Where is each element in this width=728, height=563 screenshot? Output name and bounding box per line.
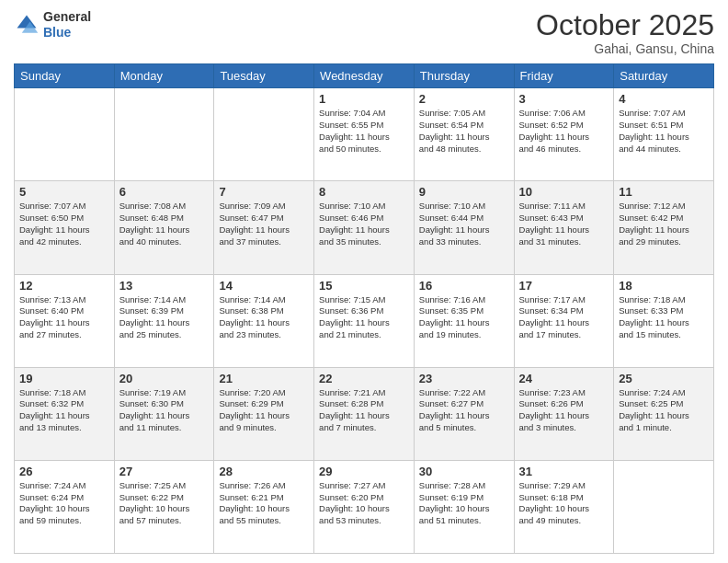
day-info: Sunrise: 7:24 AM Sunset: 6:24 PM Dayligh…: [19, 480, 109, 527]
calendar-cell: 2Sunrise: 7:05 AM Sunset: 6:54 PM Daylig…: [414, 88, 514, 181]
day-info: Sunrise: 7:29 AM Sunset: 6:18 PM Dayligh…: [519, 480, 609, 527]
day-number: 24: [519, 372, 609, 385]
day-number: 25: [619, 372, 709, 385]
calendar-cell: [614, 460, 714, 553]
day-number: 30: [419, 465, 509, 478]
calendar-cell: 20Sunrise: 7:19 AM Sunset: 6:30 PM Dayli…: [114, 367, 214, 460]
day-info: Sunrise: 7:14 AM Sunset: 6:38 PM Dayligh…: [219, 294, 309, 341]
calendar-cell: 9Sunrise: 7:10 AM Sunset: 6:44 PM Daylig…: [414, 181, 514, 274]
calendar-cell: 22Sunrise: 7:21 AM Sunset: 6:28 PM Dayli…: [314, 367, 415, 460]
day-info: Sunrise: 7:12 AM Sunset: 6:42 PM Dayligh…: [619, 201, 709, 247]
day-info: Sunrise: 7:24 AM Sunset: 6:25 PM Dayligh…: [619, 387, 709, 434]
day-number: 12: [19, 279, 109, 293]
col-monday: Monday: [114, 64, 214, 88]
day-number: 19: [19, 372, 109, 385]
col-wednesday: Wednesday: [314, 64, 415, 88]
day-info: Sunrise: 7:25 AM Sunset: 6:22 PM Dayligh…: [119, 480, 210, 527]
day-number: 11: [619, 185, 709, 199]
day-info: Sunrise: 7:18 AM Sunset: 6:33 PM Dayligh…: [619, 294, 709, 341]
day-number: 3: [519, 92, 609, 106]
day-info: Sunrise: 7:16 AM Sunset: 6:35 PM Dayligh…: [419, 294, 509, 341]
month-title: October 2025: [536, 9, 714, 41]
calendar-cell: 8Sunrise: 7:10 AM Sunset: 6:46 PM Daylig…: [314, 181, 415, 274]
col-saturday: Saturday: [614, 64, 714, 88]
day-number: 1: [319, 92, 409, 106]
calendar-cell: 21Sunrise: 7:20 AM Sunset: 6:29 PM Dayli…: [214, 367, 314, 460]
calendar-cell: 26Sunrise: 7:24 AM Sunset: 6:24 PM Dayli…: [15, 460, 115, 553]
day-info: Sunrise: 7:05 AM Sunset: 6:54 PM Dayligh…: [419, 108, 509, 155]
day-info: Sunrise: 7:15 AM Sunset: 6:36 PM Dayligh…: [319, 294, 409, 341]
day-number: 21: [219, 372, 309, 385]
calendar-cell: 25Sunrise: 7:24 AM Sunset: 6:25 PM Dayli…: [614, 367, 714, 460]
day-number: 22: [319, 372, 409, 385]
calendar-table: Sunday Monday Tuesday Wednesday Thursday…: [14, 63, 714, 554]
calendar-cell: 29Sunrise: 7:27 AM Sunset: 6:20 PM Dayli…: [314, 460, 415, 553]
calendar-cell: 13Sunrise: 7:14 AM Sunset: 6:39 PM Dayli…: [114, 274, 214, 367]
day-info: Sunrise: 7:18 AM Sunset: 6:32 PM Dayligh…: [19, 387, 109, 434]
logo-text: General Blue: [43, 9, 91, 40]
day-number: 13: [119, 279, 210, 293]
logo-blue: Blue: [43, 25, 71, 40]
day-number: 5: [19, 185, 109, 199]
calendar-header-row: Sunday Monday Tuesday Wednesday Thursday…: [15, 64, 714, 88]
day-info: Sunrise: 7:07 AM Sunset: 6:51 PM Dayligh…: [619, 108, 709, 155]
logo-general: General: [43, 9, 91, 24]
day-number: 23: [419, 372, 509, 385]
day-number: 28: [219, 465, 309, 478]
day-info: Sunrise: 7:20 AM Sunset: 6:29 PM Dayligh…: [219, 387, 309, 434]
day-number: 14: [219, 279, 309, 293]
week-row-3: 12Sunrise: 7:13 AM Sunset: 6:40 PM Dayli…: [15, 274, 714, 367]
calendar-cell: 4Sunrise: 7:07 AM Sunset: 6:51 PM Daylig…: [614, 88, 714, 181]
week-row-1: 1Sunrise: 7:04 AM Sunset: 6:55 PM Daylig…: [15, 88, 714, 181]
col-tuesday: Tuesday: [214, 64, 314, 88]
day-number: 18: [619, 279, 709, 293]
calendar-cell: 18Sunrise: 7:18 AM Sunset: 6:33 PM Dayli…: [614, 274, 714, 367]
calendar-cell: 5Sunrise: 7:07 AM Sunset: 6:50 PM Daylig…: [15, 181, 115, 274]
week-row-2: 5Sunrise: 7:07 AM Sunset: 6:50 PM Daylig…: [15, 181, 714, 274]
day-info: Sunrise: 7:08 AM Sunset: 6:48 PM Dayligh…: [119, 201, 210, 247]
day-info: Sunrise: 7:26 AM Sunset: 6:21 PM Dayligh…: [219, 480, 309, 527]
col-thursday: Thursday: [414, 64, 514, 88]
calendar-cell: 31Sunrise: 7:29 AM Sunset: 6:18 PM Dayli…: [514, 460, 614, 553]
day-number: 27: [119, 465, 210, 478]
day-number: 26: [19, 465, 109, 478]
day-info: Sunrise: 7:17 AM Sunset: 6:34 PM Dayligh…: [519, 294, 609, 341]
calendar-cell: 10Sunrise: 7:11 AM Sunset: 6:43 PM Dayli…: [514, 181, 614, 274]
day-number: 29: [319, 465, 409, 478]
day-number: 17: [519, 279, 609, 293]
day-info: Sunrise: 7:04 AM Sunset: 6:55 PM Dayligh…: [319, 108, 409, 155]
day-number: 20: [119, 372, 210, 385]
day-number: 15: [319, 279, 409, 293]
col-friday: Friday: [514, 64, 614, 88]
day-info: Sunrise: 7:11 AM Sunset: 6:43 PM Dayligh…: [519, 201, 609, 247]
calendar-cell: 30Sunrise: 7:28 AM Sunset: 6:19 PM Dayli…: [414, 460, 514, 553]
calendar-cell: 19Sunrise: 7:18 AM Sunset: 6:32 PM Dayli…: [15, 367, 115, 460]
day-info: Sunrise: 7:09 AM Sunset: 6:47 PM Dayligh…: [219, 201, 309, 247]
logo: General Blue: [14, 9, 91, 40]
day-info: Sunrise: 7:19 AM Sunset: 6:30 PM Dayligh…: [119, 387, 210, 434]
week-row-5: 26Sunrise: 7:24 AM Sunset: 6:24 PM Dayli…: [15, 460, 714, 553]
calendar-cell: 17Sunrise: 7:17 AM Sunset: 6:34 PM Dayli…: [514, 274, 614, 367]
day-info: Sunrise: 7:06 AM Sunset: 6:52 PM Dayligh…: [519, 108, 609, 155]
calendar-cell: 23Sunrise: 7:22 AM Sunset: 6:27 PM Dayli…: [414, 367, 514, 460]
calendar-cell: 12Sunrise: 7:13 AM Sunset: 6:40 PM Dayli…: [15, 274, 115, 367]
calendar-cell: 14Sunrise: 7:14 AM Sunset: 6:38 PM Dayli…: [214, 274, 314, 367]
location-subtitle: Gahai, Gansu, China: [536, 41, 714, 56]
calendar-cell: 11Sunrise: 7:12 AM Sunset: 6:42 PM Dayli…: [614, 181, 714, 274]
page: General Blue October 2025 Gahai, Gansu, …: [0, 0, 728, 563]
header: General Blue October 2025 Gahai, Gansu, …: [14, 9, 714, 56]
day-number: 31: [519, 465, 609, 478]
day-number: 9: [419, 185, 509, 199]
calendar-cell: [114, 88, 214, 181]
day-number: 7: [219, 185, 309, 199]
day-number: 8: [319, 185, 409, 199]
logo-icon: [14, 12, 40, 38]
calendar-cell: 27Sunrise: 7:25 AM Sunset: 6:22 PM Dayli…: [114, 460, 214, 553]
day-info: Sunrise: 7:10 AM Sunset: 6:44 PM Dayligh…: [419, 201, 509, 247]
day-info: Sunrise: 7:14 AM Sunset: 6:39 PM Dayligh…: [119, 294, 210, 341]
day-info: Sunrise: 7:22 AM Sunset: 6:27 PM Dayligh…: [419, 387, 509, 434]
day-number: 4: [619, 92, 709, 106]
day-info: Sunrise: 7:10 AM Sunset: 6:46 PM Dayligh…: [319, 201, 409, 247]
day-info: Sunrise: 7:28 AM Sunset: 6:19 PM Dayligh…: [419, 480, 509, 527]
calendar-cell: [15, 88, 115, 181]
